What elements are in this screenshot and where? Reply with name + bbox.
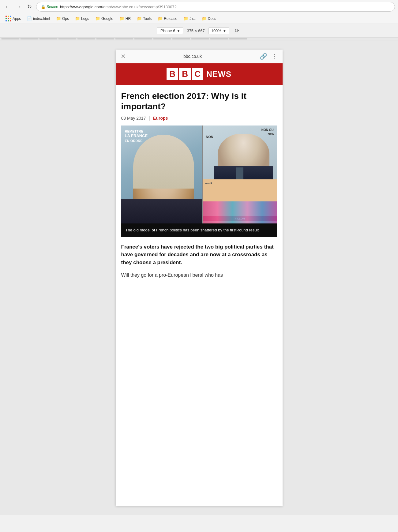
bookmark-label: Ops xyxy=(62,17,69,21)
bookmark-label: index.html xyxy=(33,17,50,21)
poster-text-line1: REMETTRE xyxy=(125,129,148,133)
image-left-text: REMETTRE LA FRANCE EN ORDRE xyxy=(125,129,148,143)
secure-badge: 🔒 Secure xyxy=(41,5,58,9)
folder-icon: 📁 xyxy=(119,16,124,21)
bookmark-label: Logs xyxy=(81,17,89,21)
article-title: French election 2017: Why is it importan… xyxy=(121,91,277,111)
file-icon: 📄 xyxy=(27,16,32,21)
device-dropdown-arrow: ▼ xyxy=(177,28,181,33)
image-right-top: NON OUI NON NON xyxy=(202,126,277,179)
bookmark-tools[interactable]: 📁 Tools xyxy=(134,15,154,22)
folder-icon: 📁 xyxy=(202,16,207,21)
dimensions: 375 × 667 xyxy=(187,28,205,33)
folder-icon: 📁 xyxy=(137,16,142,21)
image-right-bottom: ron P... FILLON xyxy=(202,179,277,223)
image-bottom-text: ron P... xyxy=(205,182,214,185)
apps-label: Apps xyxy=(13,17,21,21)
resize-handle[interactable] xyxy=(134,38,152,39)
url-domain: https:// xyxy=(60,5,72,9)
mobile-link-icon[interactable]: 🔗 xyxy=(260,53,267,60)
address-bar[interactable]: 🔒 Secure https://www.google.com/amp/www.… xyxy=(36,2,395,12)
bookmark-label: HR xyxy=(126,17,131,21)
bookmark-label: Google xyxy=(101,17,113,21)
article-meta: 03 May 2017 | Europe xyxy=(121,116,277,121)
apps-grid-icon xyxy=(6,16,11,21)
article-date: 03 May 2017 xyxy=(121,116,146,121)
bookmark-docs[interactable]: 📁 Docs xyxy=(199,15,219,22)
resize-handle[interactable] xyxy=(58,38,77,39)
forward-button[interactable]: → xyxy=(14,2,23,11)
mobile-frame: ✕ bbc.co.uk 🔗 ⋮ B B C NEWS French electi… xyxy=(116,50,283,506)
resize-handle[interactable] xyxy=(39,38,58,39)
image-left-panel: REMETTRE LA FRANCE EN ORDRE xyxy=(121,126,202,223)
folder-icon: 📁 xyxy=(95,16,100,21)
mobile-browser-bar: ✕ bbc.co.uk 🔗 ⋮ xyxy=(116,50,283,63)
article-image-container: REMETTRE LA FRANCE EN ORDRE xyxy=(121,126,277,237)
meta-divider: | xyxy=(149,116,150,121)
folder-icon: 📁 xyxy=(75,16,80,21)
bbc-letter-b1: B xyxy=(167,68,178,80)
bookmark-label: Tools xyxy=(143,17,152,21)
poster-text-non-oui: NON OUI xyxy=(261,128,275,132)
mobile-close-button[interactable]: ✕ xyxy=(121,53,126,60)
bbc-header: B B C NEWS xyxy=(116,63,283,85)
device-toolbar: iPhone 6 ▼ 375 × 667 100% ▼ ⟳ xyxy=(0,24,398,38)
mobile-actions: 🔗 ⋮ xyxy=(260,53,278,60)
poster-text-non: NON xyxy=(261,132,275,137)
bookmark-logs[interactable]: 📁 Logs xyxy=(73,15,92,22)
bookmark-release[interactable]: 📁 Release xyxy=(155,15,180,22)
resize-handle[interactable] xyxy=(210,38,228,39)
bookmark-label: Release xyxy=(164,17,177,21)
mobile-menu-icon[interactable]: ⋮ xyxy=(272,53,278,60)
rotate-button[interactable]: ⟳ xyxy=(233,26,241,35)
resize-handle[interactable] xyxy=(191,38,209,39)
bookmark-google[interactable]: 📁 Google xyxy=(93,15,116,22)
bbc-letter-b2: B xyxy=(179,68,191,80)
bookmark-label: Jira xyxy=(190,17,195,21)
folder-icon: 📁 xyxy=(56,16,61,21)
bookmark-ops[interactable]: 📁 Ops xyxy=(54,15,71,22)
main-content: ✕ bbc.co.uk 🔗 ⋮ B B C NEWS French electi… xyxy=(0,40,398,515)
resize-handle[interactable] xyxy=(77,38,96,39)
article-body: Will they go for a pro-European liberal … xyxy=(121,271,277,279)
resize-handle[interactable] xyxy=(172,38,190,39)
image-right-text: NON OUI NON xyxy=(261,128,275,137)
mobile-url: bbc.co.uk xyxy=(183,54,202,59)
bookmark-jira[interactable]: 📁 Jira xyxy=(181,15,198,22)
bbc-news-text: NEWS xyxy=(206,69,231,79)
image-right-panel: NON OUI NON NON xyxy=(202,126,277,223)
device-selector[interactable]: iPhone 6 ▼ xyxy=(157,27,183,34)
article-category[interactable]: Europe xyxy=(153,116,168,121)
resize-handle[interactable] xyxy=(96,38,115,39)
tie-right xyxy=(236,167,243,179)
url-text: https://www.google.com/amp/www.bbc.co.uk… xyxy=(60,5,177,9)
resize-handle[interactable] xyxy=(229,38,247,39)
bookmark-label: Docs xyxy=(208,17,216,21)
poster-text-line2: LA FRANCE xyxy=(125,133,148,139)
bookmark-apps[interactable]: Apps xyxy=(3,15,23,22)
bookmark-index-html[interactable]: 📄 index.html xyxy=(24,15,52,22)
device-name: iPhone 6 xyxy=(160,28,175,33)
article-image: REMETTRE LA FRANCE EN ORDRE xyxy=(121,126,277,223)
back-button[interactable]: ← xyxy=(3,2,12,11)
folder-icon: 📁 xyxy=(183,16,188,21)
url-path: /amp/www.bbc.co.uk/news/amp/39130072 xyxy=(102,5,177,9)
bbc-letters: B B C xyxy=(167,68,203,80)
zoom-level: 100% xyxy=(211,28,221,33)
refresh-button[interactable]: ↻ xyxy=(25,2,34,11)
bookmark-hr[interactable]: 📁 HR xyxy=(117,15,133,22)
browser-chrome: ← → ↻ 🔒 Secure https://www.google.com/am… xyxy=(0,0,398,40)
bags-image xyxy=(203,201,277,223)
zoom-selector[interactable]: 100% ▼ xyxy=(208,27,229,34)
resize-bar xyxy=(0,38,398,40)
resize-handle[interactable] xyxy=(153,38,171,39)
nav-bar: ← → ↻ 🔒 Secure https://www.google.com/am… xyxy=(0,0,398,13)
resize-handle[interactable] xyxy=(1,38,20,39)
folder-icon: 📁 xyxy=(158,16,163,21)
lock-icon: 🔒 xyxy=(41,5,46,9)
resize-handle[interactable] xyxy=(20,38,39,39)
resize-handle[interactable] xyxy=(115,38,133,39)
bookmarks-bar: Apps 📄 index.html 📁 Ops 📁 Logs 📁 Google … xyxy=(0,13,398,24)
image-caption: The old model of French politics has bee… xyxy=(121,223,277,237)
secure-label: Secure xyxy=(47,5,58,9)
